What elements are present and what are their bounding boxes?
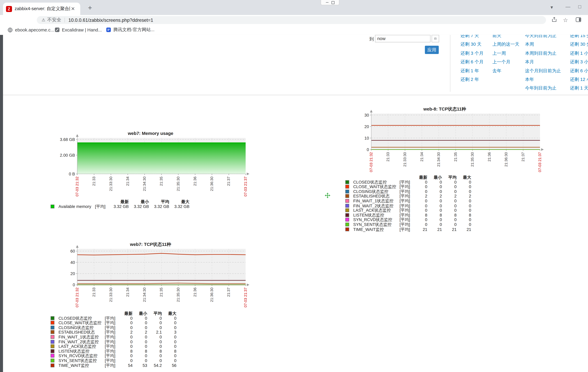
tab-search-chevron-icon[interactable]: ▾ [550, 5, 553, 10]
svg-text:3.68 GB: 3.68 GB [60, 137, 75, 142]
browser-tab[interactable]: Z zabbix4-server: 自定义聚合图形 ✕ [3, 3, 80, 15]
legend-row: CLOSING状态监控[平均]0000 [346, 189, 472, 194]
address-bar[interactable]: ⚠ 不安全 10.0.0.61/zabbix/screens.php?ddres… [37, 16, 546, 24]
quick-range-link[interactable]: 还剩 1 天 [570, 84, 588, 93]
quick-range-link[interactable]: 还剩 3 小时 [570, 58, 588, 67]
browser-window: Z zabbix4-server: 自定义聚合图形 ✕ + ▾ — □ ← → … [0, 0, 588, 372]
apply-button[interactable]: 应用 [425, 46, 439, 54]
floating-window-controls[interactable] [321, 0, 339, 5]
quick-range-link[interactable]: 还剩 6 小时 [570, 67, 588, 75]
tab-close-icon[interactable]: ✕ [71, 6, 75, 12]
svg-text:21:36: 21:36 [193, 176, 197, 186]
quick-range-link[interactable]: 还剩 6 个月 [461, 58, 483, 67]
quick-range-link[interactable]: 还剩 3 个月 [461, 49, 483, 58]
share-icon[interactable] [550, 17, 558, 24]
address-divider [65, 18, 65, 22]
svg-text:web7: Memory usage: web7: Memory usage [128, 131, 173, 136]
legend-row: CLOSE_WAIT状态监控[平均]0000 [51, 320, 177, 325]
svg-text:21:34:30: 21:34:30 [142, 288, 147, 302]
quick-range-link[interactable]: 还剩 1 小时 [570, 49, 588, 58]
svg-text:07-03 21:32: 07-03 21:32 [75, 288, 79, 307]
svg-text:21:34: 21:34 [420, 152, 424, 162]
quick-range-link[interactable]: 还剩 1 年 [461, 67, 483, 75]
quick-range-column: 还剩 7 天还剩 30 天还剩 3 个月还剩 6 个月还剩 1 年还剩 2 年 [461, 35, 483, 84]
series-color-swatch [346, 208, 349, 212]
series-color-swatch [346, 185, 349, 189]
legend-header-row: 最新最小平均最大 [51, 199, 190, 204]
svg-text:07-03 21:32: 07-03 21:32 [75, 176, 79, 196]
quick-range-link[interactable]: 本年 [525, 75, 561, 84]
graph-web7-tcp[interactable]: web7: TCP状态11种020406007-03 21:3221:3321:… [49, 241, 252, 310]
svg-text:21:36: 21:36 [487, 152, 491, 162]
series-color-swatch [51, 321, 54, 325]
left-dark-strip [0, 35, 3, 372]
calendar-button[interactable] [432, 35, 439, 42]
window-minimize-icon[interactable]: — [566, 4, 570, 9]
quick-range-link[interactable]: 还剩 15 分钟 [570, 35, 588, 40]
time-to-input[interactable] [375, 35, 430, 42]
quick-range-link[interactable]: 还剩 2 年 [461, 75, 483, 84]
quick-range-link[interactable]: 还剩 30 分钟 [570, 40, 588, 49]
svg-text:21:34: 21:34 [126, 288, 130, 297]
series-color-swatch [51, 340, 54, 344]
bookmark-item[interactable]: Excalidraw | Hand... [55, 26, 102, 33]
bookmark-item[interactable]: ebook.apecome.c... [8, 26, 54, 33]
svg-text:web7: TCP状态11种: web7: TCP状态11种 [130, 242, 171, 247]
side-panel-icon[interactable] [575, 17, 582, 24]
svg-text:40: 40 [70, 260, 75, 265]
legend-row: ESTABLISHED状态[平均]2222 [346, 194, 472, 198]
svg-text:21:35: 21:35 [159, 176, 163, 186]
tab-title: zabbix4-server: 自定义聚合图形 [15, 6, 70, 12]
svg-text:60: 60 [70, 249, 75, 253]
graph-web8-tcp[interactable]: web-8: TCP状态11种010203007-03 21:3221:3321… [343, 105, 547, 174]
quick-range-link[interactable]: 本周 [525, 40, 561, 49]
graph-image[interactable]: web7: TCP状态11种020406007-03 21:3221:3321:… [49, 241, 252, 310]
legend-row: Available memory[平均]3.32 GB3.32 GB3.32 G… [51, 204, 190, 209]
graph-image[interactable]: web7: Memory usage0 B2.00 GB3.68 GB07-03… [49, 130, 252, 198]
bookmark-star-icon[interactable]: ☆ [562, 17, 569, 24]
legend-row: LAST_ACK状态监控[平均]0000 [346, 208, 472, 213]
legend-row: SYN_RCVD状态监控[平均]0000 [346, 217, 472, 222]
quick-range-link[interactable]: 去年 [492, 67, 519, 75]
series-color-swatch [346, 204, 349, 207]
graph-web7-memory[interactable]: web7: Memory usage0 B2.00 GB3.68 GB07-03… [49, 130, 252, 198]
quick-range-link[interactable]: 本月 [525, 58, 561, 67]
svg-text:21:33:30: 21:33:30 [403, 152, 407, 167]
restore-icon[interactable] [331, 1, 334, 4]
globe-icon [8, 27, 13, 32]
quick-range-link[interactable]: 上周的这一天 [492, 40, 519, 49]
svg-text:0: 0 [367, 147, 369, 152]
security-warning-icon[interactable]: ⚠ [42, 18, 45, 22]
graph-image[interactable]: web-8: TCP状态11种010203007-03 21:3221:3321… [343, 105, 547, 174]
quick-range-link[interactable]: 今年到目前为止 [525, 84, 561, 93]
quick-range-link[interactable]: 本周到目前为止 [525, 49, 561, 58]
svg-text:21:33:30: 21:33:30 [109, 176, 113, 191]
quick-range-link[interactable]: 还剩 7 天 [461, 35, 483, 40]
quick-range-link[interactable]: 这个月到目前为止 [525, 67, 561, 75]
quick-range-link[interactable]: 还剩 12 小时 [570, 75, 588, 84]
legend-header-row: 最新最小平均最大 [51, 311, 177, 316]
window-maximize-icon[interactable]: □ [578, 4, 581, 9]
quick-range-link[interactable]: 前天 [492, 35, 519, 40]
svg-text:21:36: 21:36 [193, 288, 197, 297]
series-color-swatch [51, 354, 54, 358]
quick-range-link[interactable]: 上一周 [492, 49, 519, 58]
new-tab-button[interactable]: + [85, 3, 94, 12]
move-cursor-icon [325, 193, 330, 198]
quick-range-link[interactable]: 今天到目前为止 [525, 35, 561, 40]
bookmark-label: ebook.apecome.c... [15, 27, 54, 32]
svg-text:21:36:30: 21:36:30 [504, 152, 508, 167]
legend-row: TIME_WAIT监控[平均]545354.256 [51, 363, 177, 368]
quick-range-link[interactable]: 上一个月 [492, 58, 519, 67]
svg-text:web-8: TCP状态11种: web-8: TCP状态11种 [423, 106, 466, 112]
legend-row: FIN_WAIT_2状态监控[平均]0000 [346, 203, 472, 208]
minimize-icon[interactable] [326, 2, 328, 3]
quick-range-link[interactable]: 还剩 30 天 [461, 40, 483, 49]
legend-row: FIN_WAIT_1状态监控[平均]0000 [346, 198, 472, 203]
series-color-swatch [346, 223, 349, 226]
legend-row: FIN_WAIT_1状态监控[平均]0000 [51, 335, 177, 339]
bookmark-item[interactable]: 腾讯文档-官方网站... [106, 26, 155, 33]
svg-text:21:35:30: 21:35:30 [176, 176, 180, 191]
series-color-swatch [346, 218, 349, 222]
security-label[interactable]: 不安全 [47, 17, 61, 23]
